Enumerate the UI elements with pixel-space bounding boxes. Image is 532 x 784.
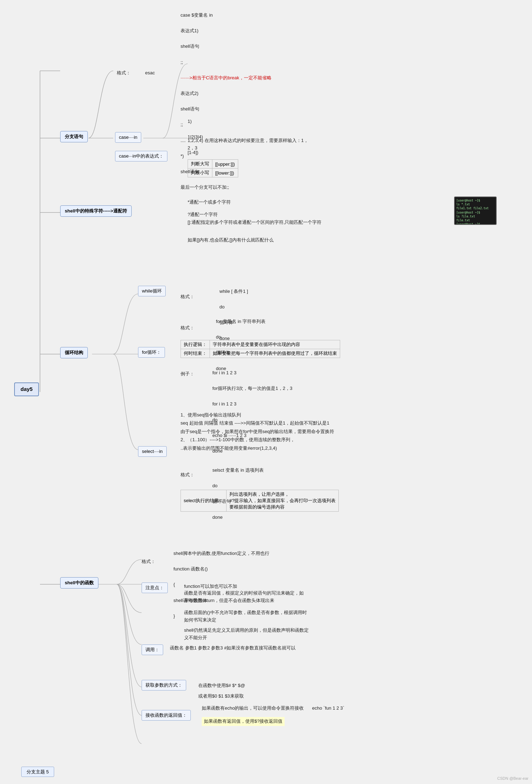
watermark: CSDN @Bear-ear xyxy=(497,776,528,780)
for-exec-label: 执行逻辑： xyxy=(181,340,210,349)
func-params-2: 或者用$0 $1 $3来获取 xyxy=(198,685,244,700)
case-format-label: 格式： xyxy=(117,62,131,77)
func-note-4: shell仍然满足先定义又后调用的原则，但是函数声明和函数定 义不能分开 xyxy=(184,627,309,642)
day5-title: day5 xyxy=(14,382,39,396)
lower-label: 判断小写 xyxy=(188,169,212,177)
special-char-label: shell中的特殊字符----->通配符 xyxy=(60,205,132,217)
select-format-label: 格式： xyxy=(181,464,194,479)
func-note-1: function可以加也可以不加 xyxy=(184,575,237,590)
func-call-val: 函数名 参数1 参数2 参数3 #如果没有参数直接写函数名就可以 xyxy=(170,644,296,652)
branch-statement-label: 分支语句 xyxy=(60,131,88,142)
select-exec-val: 列出选项列表，让用户选择， #?提示输入，如果直接回车，会再打印一次选项列表 要… xyxy=(226,490,338,512)
func-return-label: 接收函数的返回值： xyxy=(142,710,191,721)
case-esac: esac xyxy=(145,62,155,77)
func-return-2: 如果函数有返回值，使用$?接收返回值 xyxy=(202,717,285,726)
for-example-label: 例子： xyxy=(181,363,194,378)
func-note-3: 函数后面的()中不允许写参数，函数是否有参数，根据调用时 如何书写来决定 xyxy=(184,609,307,624)
func-note-label: 注意点： xyxy=(142,583,168,593)
branch5-label: 分支主题 5 xyxy=(21,767,54,777)
case-upper-lower: 判断大写 [[upper:]]) 判断小写 [[lower:]]) xyxy=(188,159,238,177)
for-format-label: 格式： xyxy=(181,317,194,332)
func-call-label: 调用： xyxy=(142,644,163,655)
case-expr-label: case···in中的表达式： xyxy=(115,151,167,161)
while-format-label: 格式： xyxy=(181,286,194,301)
bracket-wildcard: []:通配指定的多个字符或者通配一个区间的字符,只能匹配一个字符 xyxy=(188,219,321,226)
func-note-2: 函数是否有返回值，根据定义的时候语句的写法来确定，如 果有数用return，但是… xyxy=(184,590,304,604)
loop-structure-label: 循环结构 xyxy=(60,347,88,358)
case-expr-note: 1,2,3,4) 在用这种表达式的时候要注意，需要原样输入：1， 2，3 xyxy=(188,137,308,152)
select-loop-label: select····in xyxy=(138,446,167,457)
terminal-screenshot: [user@host ~]$ ls *.txt file1.txt file2.… xyxy=(454,197,497,225)
case-in-label: case····in xyxy=(115,132,141,143)
func-params-label: 获取参数的方式： xyxy=(142,680,186,691)
question-wildcard: ?通配一个字符 xyxy=(188,204,218,218)
upper-val: [[upper:]]) xyxy=(212,160,238,169)
lower-val: [[lower:]]) xyxy=(212,169,238,177)
for-loop-label: for循环： xyxy=(138,347,165,358)
upper-label: 判断大写 xyxy=(188,160,212,169)
for-end-label: 何时结束： xyxy=(181,349,210,358)
for-exec-table: 执行逻辑： 字符串列表中是变量要在循环中出现的内容 何时结束： 如果变量把每一个… xyxy=(181,340,340,358)
while-loop-label: while循环 xyxy=(138,286,166,296)
for-end-val: 如果变量把每一个字符串列表中的值都使用过了，循环就结束 xyxy=(210,349,340,358)
select-exec-table: select执行的结果： 列出选项列表，让用户选择， #?提示输入，如果直接回车… xyxy=(181,490,339,512)
shell-function-label: shell中的函数 xyxy=(60,577,98,589)
for-seq-note: 1、使用seq指令输出连续队列 seq 起始值 间隔值 结束值 ---->>间隔… xyxy=(181,411,334,452)
func-return-1: 如果函数有echo的输出，可以使用命令置换符接收 echo `fun 1 2 3… xyxy=(202,705,344,712)
bracket-note: 如果[]内有,也会匹配,[]内有什么就匹配什么 xyxy=(188,237,274,244)
select-exec-label: select执行的结果： xyxy=(181,490,227,512)
for-exec-val: 字符串列表中是变量要在循环中出现的内容 xyxy=(210,340,340,349)
func-format-label: 格式： xyxy=(142,551,155,566)
